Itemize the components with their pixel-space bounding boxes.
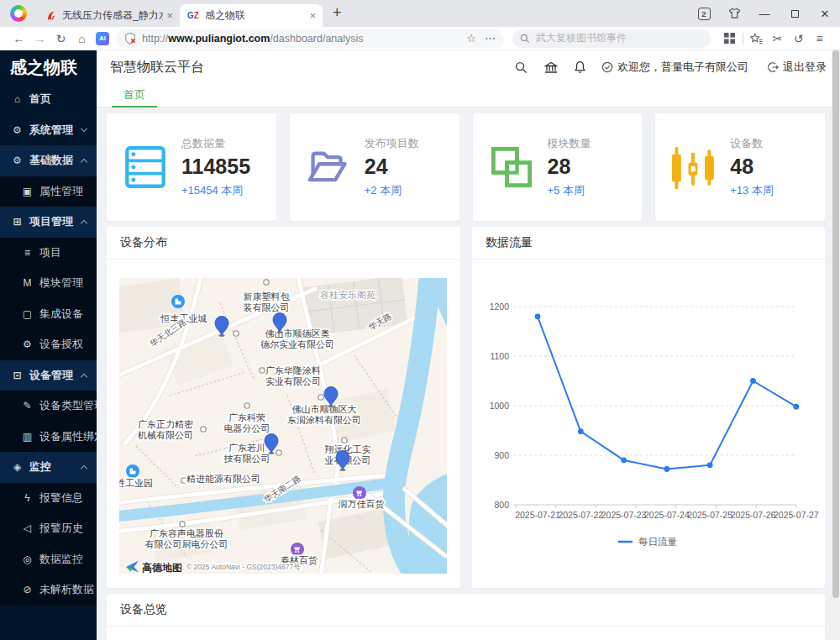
- sidebar-item-home[interactable]: ⌂ 首页: [0, 84, 97, 115]
- sidebar-item-alarm-history[interactable]: ◁ 报警历史: [0, 513, 97, 544]
- gear-icon: ⚙: [11, 155, 24, 166]
- map-poi-dot: [244, 403, 249, 408]
- shopping-cart-poi-icon: [353, 486, 366, 500]
- browser-tab-2[interactable]: GZ 感之物联 ×: [180, 4, 323, 27]
- notification-bell-icon[interactable]: [565, 60, 595, 74]
- grid-icon: ⊞: [11, 216, 24, 228]
- edit-icon: ✎: [21, 400, 34, 412]
- maximize-button[interactable]: [780, 0, 810, 27]
- dashboard-content: 总数据量 114855 +15454 本周 发布项目数 24 +2 本周 模块数…: [97, 108, 840, 640]
- svg-text:2025-07-23: 2025-07-23: [601, 510, 647, 520]
- screenshot-scissors-icon[interactable]: ✂: [767, 33, 788, 45]
- tab-title: 感之物联: [205, 8, 306, 23]
- device-map[interactable]: 新康塑料包装有限公司容桂安乐阁苑恒丰工业城华天北三路佛山市顺德区奥德尔实业有限公…: [119, 278, 447, 574]
- sidebar-item-device-type-mgmt[interactable]: ✎ 设备类型管理: [0, 391, 97, 422]
- svg-text:1100: 1100: [490, 351, 509, 361]
- search-icon: [520, 34, 530, 44]
- svg-text:2025-07-26: 2025-07-26: [731, 510, 776, 520]
- bookmark-star-icon[interactable]: ☆: [466, 32, 476, 45]
- sidebar-item-monitor[interactable]: ◈ 监控: [0, 452, 97, 483]
- tab-close-icon[interactable]: ×: [166, 9, 173, 22]
- svg-text:1200: 1200: [490, 302, 510, 312]
- copy-icon: ▥: [21, 431, 34, 443]
- reload-icon[interactable]: ↻: [50, 33, 71, 45]
- card-title: 设备总览: [107, 594, 825, 627]
- card-title: 数据流量: [472, 227, 825, 260]
- stat-label: 模块数量: [548, 136, 591, 151]
- svg-text:高德地图: 高德地图: [142, 562, 182, 574]
- theme-shirt-icon[interactable]: [719, 0, 749, 27]
- browser-tab-1[interactable]: 无线压力传感器_静力水准仪_ ×: [37, 4, 180, 27]
- stat-value: 28: [548, 155, 591, 179]
- apps-grid-icon[interactable]: [719, 33, 740, 44]
- sidebar-item-device-auth[interactable]: ⚙ 设备授权: [0, 329, 97, 360]
- browser-home-icon[interactable]: ⌂: [71, 33, 92, 45]
- header-search-icon[interactable]: [507, 61, 536, 74]
- sidebar-item-project[interactable]: ≡ 项目: [0, 238, 97, 269]
- chevron-up-icon: [81, 465, 87, 472]
- sidebar-item-unparsed-data[interactable]: ⊘ 未解析数据: [0, 574, 97, 606]
- undo-icon[interactable]: ↺: [788, 33, 809, 45]
- more-options-icon[interactable]: ⋯: [485, 32, 496, 45]
- user-check-icon: [601, 61, 613, 73]
- sidebar-item-device-mgmt[interactable]: ⊡ 设备管理: [0, 360, 97, 391]
- insecure-shield-icon: [124, 32, 136, 45]
- gear-icon: ⚙: [11, 124, 24, 136]
- back-icon[interactable]: ←: [8, 33, 29, 45]
- address-bar[interactable]: http://www.puliangiot.com/dashboard/anal…: [116, 29, 504, 48]
- browser-menu-icon[interactable]: ≡: [809, 33, 830, 45]
- audio-icon: ◁: [21, 522, 34, 534]
- favorites-star-icon[interactable]: [746, 33, 767, 45]
- map-poi-dot: [180, 522, 185, 527]
- box-icon: ▣: [21, 186, 34, 197]
- minimize-button[interactable]: —: [749, 0, 780, 27]
- sidebar: 感之物联 ⌂ 首页 ⚙ 系统管理 ⚙ 基础数据 ▣ 属性管理 ⊞ 项目管理 ≡ …: [0, 50, 97, 640]
- sidebar-item-module-mgmt[interactable]: M 模块管理: [0, 268, 97, 299]
- shield-icon: ◎: [21, 553, 34, 565]
- logout-icon: [767, 61, 779, 73]
- browser-logo-icon[interactable]: [10, 5, 27, 22]
- chevron-down-icon: [81, 124, 87, 131]
- header-bank-icon[interactable]: [536, 61, 565, 74]
- toolbar-separator: [743, 33, 743, 45]
- card-title: 设备分布: [107, 227, 460, 260]
- sidebar-item-base-data[interactable]: ⚙ 基础数据: [0, 145, 97, 176]
- stat-delta: +13 本周: [730, 183, 774, 198]
- tab-close-icon[interactable]: ×: [309, 9, 316, 22]
- forward-icon[interactable]: →: [29, 33, 50, 45]
- stat-card: 发布项目数 24 +2 本周: [290, 113, 459, 221]
- sidebar-item-attr-mgmt[interactable]: ▣ 属性管理: [0, 176, 97, 207]
- app-logo: 感之物联: [0, 50, 97, 84]
- sidebar-item-device-attr-bind[interactable]: ▥ 设备属性绑定: [0, 422, 97, 453]
- logout-button[interactable]: 退出登录: [767, 60, 827, 75]
- sidebar-item-project-mgmt[interactable]: ⊞ 项目管理: [0, 207, 97, 238]
- close-window-button[interactable]: ✕: [810, 0, 840, 27]
- svg-text:每日流量: 每日流量: [638, 537, 678, 547]
- tab-count-badge[interactable]: 2: [689, 0, 719, 27]
- map-poi-dot: [318, 395, 323, 400]
- app-header: 智慧物联云平台 欢迎您，普量电子有限公司: [97, 50, 840, 84]
- sidebar-item-integrated-device[interactable]: ▢ 集成设备: [0, 299, 97, 330]
- m-icon: M: [21, 277, 34, 289]
- sidebar-item-system-mgmt[interactable]: ⚙ 系统管理: [0, 115, 97, 146]
- svg-text:800: 800: [494, 500, 509, 510]
- stat-cards-row: 总数据量 114855 +15454 本周 发布项目数 24 +2 本周 模块数…: [107, 113, 825, 221]
- tab-home[interactable]: 首页: [112, 84, 157, 108]
- browser-search-box[interactable]: 武大复核图书馆事件: [512, 29, 711, 48]
- svg-text:2025-07-22: 2025-07-22: [558, 510, 603, 520]
- stat-value: 24: [365, 155, 419, 179]
- stat-value: 48: [730, 155, 774, 179]
- sidebar-item-data-monitor[interactable]: ◎ 数据监控: [0, 544, 97, 575]
- browser-toolbar: ← → ↻ ⌂ AI http://www.puliangiot.com/das…: [0, 27, 840, 50]
- shopping-cart-poi-icon: [291, 543, 304, 556]
- page-tabbar: 首页: [97, 84, 840, 108]
- svg-text:900: 900: [494, 450, 509, 460]
- svg-text:2025-07-21: 2025-07-21: [515, 510, 560, 520]
- page-title: 智慧物联云平台: [110, 59, 204, 76]
- page-scrollbar[interactable]: [832, 50, 840, 640]
- scrollbar-thumb[interactable]: [832, 50, 839, 598]
- ai-assistant-icon[interactable]: AI: [96, 32, 109, 45]
- new-tab-button[interactable]: +: [333, 4, 342, 22]
- stat-delta: +15454 本周: [181, 183, 250, 198]
- sidebar-item-alarm-info[interactable]: ϟ 报警信息: [0, 483, 97, 514]
